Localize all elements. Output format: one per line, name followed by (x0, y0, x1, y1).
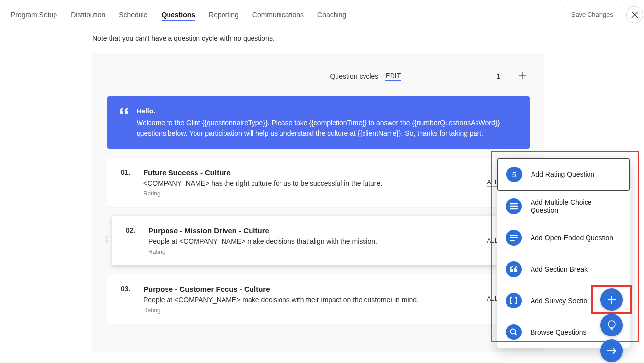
popup-label: Add Section Break (531, 265, 588, 273)
note-text: Note that you can't have a question cycl… (92, 34, 644, 42)
lines-icon (506, 230, 522, 246)
rating-five-icon: 5 (506, 167, 522, 182)
question-number: 01. (121, 168, 143, 197)
question-body: Purpose - Mission Driven - Culture Peopl… (148, 226, 487, 255)
question-number: 02. (126, 226, 148, 255)
tabs: Program Setup Distribution Schedule Ques… (0, 0, 346, 29)
popup-label: Add Multiple Choice Question (531, 198, 621, 214)
close-button[interactable] (626, 6, 643, 23)
intro-hello: Hello. (137, 106, 516, 116)
question-type: Rating (143, 190, 477, 197)
lightbulb-icon (607, 320, 616, 330)
fab-next[interactable] (600, 339, 623, 362)
popup-label: Add Open-Ended Question (531, 234, 613, 242)
question-title: Future Success - Culture (143, 168, 477, 177)
svg-point-0 (511, 329, 516, 334)
questions-panel: Question cycles EDIT 1 Hello. Welcome to… (92, 53, 544, 352)
cycles-label: Question cycles (330, 72, 378, 80)
topbar: Program Setup Distribution Schedule Ques… (0, 0, 644, 29)
topbar-actions: Save Changes (564, 6, 638, 23)
quote-icon (506, 261, 522, 277)
plus-icon (607, 295, 616, 305)
intro-card[interactable]: Hello. Welcome to the Glint {{questionna… (107, 96, 530, 149)
arrow-right-icon (607, 347, 616, 355)
quote-icon (120, 107, 129, 117)
tab-schedule[interactable]: Schedule (119, 0, 147, 29)
plus-icon (519, 72, 527, 80)
popup-label: Add Survey Sectio (531, 297, 587, 305)
tab-questions[interactable]: Questions (162, 0, 195, 29)
list-icon (506, 198, 522, 214)
popup-item-open-ended[interactable]: Add Open-Ended Question (497, 222, 630, 253)
question-text: <COMPANY_NAME> has the right culture for… (143, 179, 477, 189)
question-title: Purpose - Customer Focus - Culture (143, 285, 477, 293)
question-body: Purpose - Customer Focus - Culture Peopl… (143, 285, 487, 314)
popup-label: Add Rating Question (531, 170, 594, 178)
question-type: Rating (148, 249, 477, 255)
tab-reporting[interactable]: Reporting (209, 0, 239, 29)
tab-communications[interactable]: Communications (252, 0, 304, 29)
tab-program-setup[interactable]: Program Setup (11, 0, 57, 29)
question-number: 03. (121, 285, 143, 314)
close-icon (631, 11, 638, 18)
cycles-edit-link[interactable]: EDIT (385, 72, 401, 81)
popup-item-section-break[interactable]: Add Section Break (497, 253, 630, 285)
question-type: Rating (143, 307, 477, 314)
question-card-3[interactable]: 03. Purpose - Customer Focus - Culture P… (107, 274, 530, 324)
save-button[interactable]: Save Changes (564, 7, 620, 22)
popup-item-multiple-choice[interactable]: Add Multiple Choice Question (497, 191, 630, 222)
question-text: People at <COMPANY_NAME> make decisions … (143, 295, 477, 305)
fab-stack (600, 288, 623, 362)
question-body: Future Success - Culture <COMPANY_NAME> … (143, 168, 487, 197)
tab-distribution[interactable]: Distribution (71, 0, 105, 29)
cycles-bar: Question cycles EDIT 1 (92, 53, 544, 85)
fab-add[interactable] (600, 288, 623, 311)
cycles-count: 1 (496, 72, 500, 80)
question-title: Purpose - Mission Driven - Culture (148, 226, 477, 235)
bracket-icon (506, 293, 522, 308)
question-card-1[interactable]: 01. Future Success - Culture <COMPANY_NA… (107, 158, 530, 207)
cycles-add-button[interactable] (519, 72, 528, 81)
search-icon (506, 324, 522, 340)
popup-item-rating[interactable]: 5 Add Rating Question (497, 158, 630, 191)
tab-coaching[interactable]: Coaching (317, 0, 346, 29)
fab-idea[interactable] (600, 314, 623, 336)
popup-label: Browse Questions (531, 328, 587, 336)
question-text: People at <COMPANY_NAME> make decisions … (148, 237, 477, 247)
question-card-2[interactable]: 02. Purpose - Mission Driven - Culture P… (112, 216, 530, 265)
intro-body: Welcome to the Glint {{questionnaireType… (137, 118, 516, 138)
